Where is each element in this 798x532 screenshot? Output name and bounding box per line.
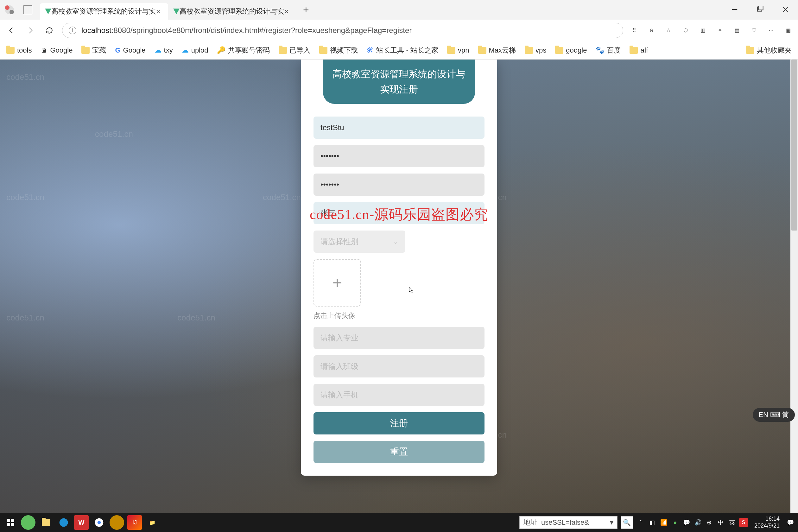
reset-button[interactable]: 重置 <box>314 441 484 463</box>
browser-tab[interactable]: 高校教室资源管理系统的设计与实 × <box>168 3 297 20</box>
bookmark-item[interactable]: GGoogle <box>115 46 145 55</box>
maximize-button[interactable] <box>747 0 773 19</box>
bookmark-item[interactable]: 视频下载 <box>319 45 358 55</box>
app-icon[interactable] <box>110 515 124 530</box>
back-button[interactable] <box>5 24 18 37</box>
browser-tab-active[interactable]: 高校教室资源管理系统的设计与实 × <box>40 3 168 20</box>
upload-label: 点击上传头像 <box>314 311 484 321</box>
folder-icon <box>746 47 754 54</box>
chrome-icon[interactable] <box>92 515 107 530</box>
gender-select[interactable]: 请选择性别 ⌄ <box>314 230 405 253</box>
bookmark-item[interactable]: vps <box>525 46 546 55</box>
svg-rect-7 <box>7 523 10 526</box>
folder-icon <box>279 47 287 54</box>
tray-wechat-icon[interactable]: 💬 <box>682 518 691 527</box>
ime-mode-button[interactable]: 英 <box>728 518 737 527</box>
confirm-password-input[interactable] <box>314 173 484 196</box>
notifications-icon[interactable]: 💬 <box>786 518 795 527</box>
url-input[interactable]: i localhost:8080/springboot4e80m/front/d… <box>62 23 623 38</box>
ime-indicator[interactable]: EN ⌨ 简 <box>753 408 795 422</box>
forward-button[interactable] <box>24 24 37 37</box>
phone-input[interactable] <box>314 384 484 406</box>
folder-icon <box>525 47 533 54</box>
taskbar-search-button[interactable]: 🔍 <box>621 516 633 529</box>
tray-chevron-up-icon[interactable]: ˄ <box>636 518 645 527</box>
bookmark-item[interactable]: 已导入 <box>279 45 310 55</box>
workspace-icon[interactable] <box>23 5 32 14</box>
folder-icon <box>555 47 563 54</box>
google-icon: G <box>115 46 120 55</box>
tray-network-icon[interactable]: 📶 <box>659 518 668 527</box>
browser-address-bar: i localhost:8080/springboot4e80m/front/d… <box>0 20 798 41</box>
password-input[interactable] <box>314 145 484 167</box>
collections-icon[interactable]: ✧ <box>715 26 724 35</box>
extensions-icon[interactable]: ⬡ <box>681 26 690 35</box>
site-info-icon[interactable]: i <box>69 26 76 34</box>
close-icon[interactable]: × <box>284 7 289 17</box>
bookmark-item[interactable]: Max云梯 <box>478 45 516 55</box>
vertical-scrollbar[interactable] <box>791 59 798 532</box>
bookmark-item[interactable]: google <box>555 46 587 55</box>
bookmark-item[interactable]: 宝藏 <box>81 45 106 55</box>
file-explorer-icon[interactable]: 📁 <box>145 515 159 530</box>
tray-app-icon[interactable]: ● <box>671 518 680 527</box>
tray-volume-icon[interactable]: 🔊 <box>694 518 702 527</box>
avatar-upload[interactable]: + <box>314 259 361 306</box>
sidebar-icon[interactable]: ▣ <box>783 26 793 35</box>
tool-icon: 🛠 <box>367 46 374 55</box>
file-explorer-icon[interactable] <box>39 515 53 530</box>
vue-icon <box>173 8 179 14</box>
ime-language-button[interactable]: 中 <box>716 518 725 527</box>
chevron-down-icon[interactable]: ▾ <box>610 518 613 527</box>
tray-sogou-icon[interactable]: S <box>739 518 748 527</box>
baidu-icon: 🐾 <box>596 46 604 55</box>
taskbar-app-icon[interactable] <box>21 515 36 530</box>
watermark: code51.cn <box>263 192 301 202</box>
profile-avatar-icon[interactable] <box>5 5 14 14</box>
bookmark-item[interactable]: ☁txy <box>154 46 173 55</box>
major-input[interactable] <box>314 327 484 349</box>
refresh-button[interactable] <box>43 24 56 37</box>
translate-icon[interactable]: ⠿ <box>629 26 639 35</box>
tab-title: 高校教室资源管理系统的设计与实 <box>179 7 284 16</box>
heart-icon[interactable]: ♡ <box>749 26 759 35</box>
svg-point-11 <box>97 521 101 525</box>
edge-icon[interactable] <box>56 515 71 530</box>
taskbar-clock[interactable]: 16:14 2024/9/21 <box>750 515 783 529</box>
card-title: 高校教室资源管理系统的设计与实现注册 <box>323 59 475 104</box>
close-window-button[interactable] <box>773 0 798 19</box>
username-input[interactable] <box>314 116 484 139</box>
minimize-button[interactable] <box>722 0 747 19</box>
tray-app-icon[interactable]: ◧ <box>648 518 657 527</box>
bookmark-item[interactable]: ☁uplod <box>182 46 208 55</box>
reading-list-icon[interactable]: ▤ <box>732 26 742 35</box>
scrollbar-thumb[interactable] <box>791 59 797 230</box>
bookmarks-overflow[interactable]: 其他收藏夹 <box>746 45 792 55</box>
start-button[interactable] <box>3 515 18 530</box>
folder-icon <box>319 47 327 54</box>
clock-time: 16:14 <box>754 515 780 522</box>
split-icon[interactable]: ▥ <box>698 26 707 35</box>
windows-taskbar: W IJ 📁 地址 useSSL=false& ▾ 🔍 ˄ ◧ 📶 ● 💬 🔊 … <box>0 513 798 532</box>
taskbar-address-field[interactable]: 地址 useSSL=false& ▾ <box>519 516 618 529</box>
addr-value: useSSL=false& <box>541 518 606 527</box>
bookmark-item[interactable]: 🐾百度 <box>596 45 621 55</box>
bookmark-item[interactable]: tools <box>6 46 32 55</box>
class-input[interactable] <box>314 355 484 378</box>
bookmark-item[interactable]: 🔑共享账号密码 <box>217 45 270 55</box>
new-tab-button[interactable]: + <box>300 3 312 16</box>
bookmark-item[interactable]: 🗎Google <box>40 46 73 55</box>
zoom-icon[interactable]: ⊖ <box>647 26 656 35</box>
intellij-icon[interactable]: IJ <box>127 515 142 530</box>
bookmark-item[interactable]: 🛠站长工具 - 站长之家 <box>367 45 438 55</box>
menu-icon[interactable]: ⋯ <box>766 26 776 35</box>
bookmark-item[interactable]: vpn <box>447 46 469 55</box>
tray-app-icon[interactable]: ⊕ <box>705 518 714 527</box>
wps-icon[interactable]: W <box>74 515 89 530</box>
svg-rect-6 <box>11 519 14 522</box>
close-icon[interactable]: × <box>156 7 160 17</box>
bookmark-item[interactable]: aff <box>629 46 648 55</box>
watermark: code51.cn <box>6 313 44 323</box>
favorite-icon[interactable]: ☆ <box>664 26 673 35</box>
register-button[interactable]: 注册 <box>314 412 484 435</box>
